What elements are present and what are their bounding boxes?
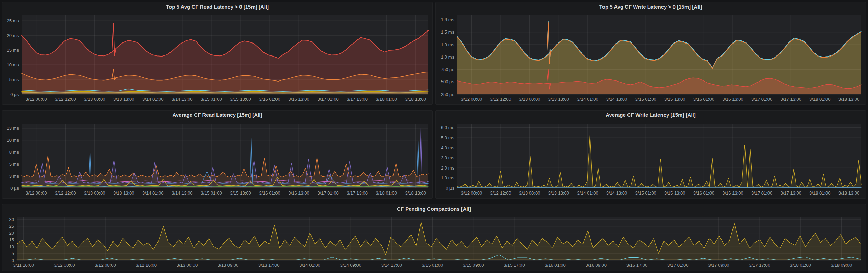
y-tick-label: 20 ms [7, 33, 19, 38]
x-tick-label: 3/12 12:00 [55, 190, 76, 196]
x-tick-label: 3/14 17:00 [381, 263, 402, 268]
chart-pending-compactions[interactable]: 3/11 16:003/12 00:003/12 08:003/12 16:00… [2, 213, 866, 271]
x-tick-label: 3/13 09:00 [218, 263, 238, 268]
y-tick-label: 25 ms [7, 18, 19, 23]
x-tick-label: 3/13 00:00 [177, 263, 198, 268]
y-tick-label: 500 µs [441, 79, 455, 84]
x-tick-label: 3/15 13:00 [230, 190, 251, 196]
x-tick-label: 3/14 13:00 [606, 190, 627, 196]
x-tick-label: 3/17 09:00 [708, 263, 729, 268]
y-tick-label: 4.0 ms [441, 145, 455, 150]
chart-avg-read-latency[interactable]: 3/12 00:003/12 12:003/13 00:003/13 13:00… [2, 120, 432, 198]
x-tick-label: 3/12 12:00 [490, 97, 511, 102]
y-tick-label: 5 ms [9, 162, 19, 167]
y-tick-label: 750 µs [441, 67, 455, 72]
x-tick-label: 3/13 13:00 [548, 97, 569, 102]
y-tick-label: 1.8 ms [441, 17, 455, 22]
x-tick-label: 3/13 13:00 [113, 97, 134, 102]
panel-title[interactable]: Average CF Write Latency [15m] [All] [436, 111, 866, 120]
x-tick-label: 3/15 09:00 [463, 263, 484, 268]
x-tick-label: 3/15 17:00 [504, 263, 525, 268]
chart-top5-write-latency[interactable]: 3/12 00:003/12 12:003/13 00:003/13 13:00… [436, 11, 866, 104]
x-tick-label: 3/14 01:00 [299, 263, 320, 268]
y-tick-label: 3 ms [9, 174, 19, 179]
y-tick-label: 0 µs [10, 92, 19, 97]
x-tick-label: 3/14 01:00 [577, 190, 598, 196]
panel-avg-read-latency: Average CF Read Latency [15m] [All] 3/12… [2, 110, 433, 199]
y-tick-label: 10 ms [7, 62, 19, 67]
x-tick-label: 3/13 13:00 [548, 190, 569, 196]
y-tick-label: 3.0 ms [441, 155, 455, 160]
y-tick-label: 0 [12, 258, 14, 263]
x-tick-label: 3/14 13:00 [606, 97, 627, 102]
panel-title[interactable]: Top 5 Avg CF Read Latency > 0 [15m] [All… [2, 2, 432, 11]
x-tick-label: 3/16 01:00 [693, 190, 714, 196]
y-tick-label: 25 [9, 224, 14, 229]
x-tick-label: 3/13 00:00 [519, 190, 540, 196]
x-tick-label: 3/18 01:00 [376, 97, 397, 102]
x-tick-label: 3/17 13:00 [780, 97, 801, 102]
x-tick-label: 3/18 13:00 [405, 190, 426, 196]
y-tick-label: 10 [9, 244, 14, 249]
x-tick-label: 3/13 00:00 [84, 190, 105, 196]
x-tick-label: 3/14 01:00 [142, 97, 163, 102]
x-tick-label: 3/18 01:00 [790, 263, 811, 268]
y-tick-label: 5.0 ms [441, 135, 455, 140]
panel-title[interactable]: Top 5 Avg CF Write Latency > 0 [15m] [Al… [436, 2, 866, 11]
x-tick-label: 3/16 09:00 [586, 263, 607, 268]
x-tick-label: 3/18 01:00 [809, 190, 830, 196]
x-tick-label: 3/18 13:00 [838, 190, 859, 196]
panel-title[interactable]: CF Pending Compactions [All] [2, 204, 866, 213]
x-tick-label: 3/17 01:00 [751, 190, 772, 196]
x-tick-label: 3/17 01:00 [317, 97, 338, 102]
x-tick-label: 3/13 00:00 [519, 97, 540, 102]
x-tick-label: 3/15 01:00 [201, 190, 222, 196]
x-tick-label: 3/16 17:00 [626, 263, 647, 268]
x-tick-label: 3/15 01:00 [422, 263, 443, 268]
x-tick-label: 3/12 16:00 [136, 263, 157, 268]
x-tick-label: 3/16 01:00 [259, 97, 280, 102]
x-tick-label: 3/12 12:00 [55, 97, 76, 102]
panel-top5-write-latency: Top 5 Avg CF Write Latency > 0 [15m] [Al… [435, 2, 866, 105]
y-tick-label: 20 [9, 231, 14, 236]
x-tick-label: 3/15 13:00 [230, 97, 251, 102]
x-tick-label: 3/18 13:00 [838, 97, 859, 102]
x-tick-label: 3/15 13:00 [664, 97, 685, 102]
x-tick-label: 3/15 01:00 [201, 97, 222, 102]
x-tick-label: 3/16 01:00 [259, 190, 280, 196]
x-tick-label: 3/18 01:00 [809, 97, 830, 102]
y-tick-label: 2.0 ms [441, 165, 455, 171]
x-tick-label: 3/18 01:00 [376, 190, 397, 196]
y-tick-label: 1.0 ms [441, 175, 455, 181]
x-tick-label: 3/12 00:00 [461, 190, 482, 196]
panel-title[interactable]: Average CF Read Latency [15m] [All] [2, 111, 432, 120]
x-tick-label: 3/13 00:00 [84, 97, 105, 102]
y-tick-label: 5 ms [9, 77, 19, 82]
x-tick-label: 3/17 01:00 [751, 97, 772, 102]
x-tick-label: 3/18 09:00 [831, 263, 852, 268]
y-tick-label: 1.3 ms [441, 42, 455, 47]
panel-avg-write-latency: Average CF Write Latency [15m] [All] 3/1… [435, 110, 866, 199]
x-tick-label: 3/12 12:00 [490, 190, 511, 196]
y-tick-label: 0 µs [446, 186, 454, 191]
x-tick-label: 3/11 16:00 [13, 263, 34, 268]
y-tick-label: 8 ms [9, 150, 19, 155]
chart-top5-read-latency[interactable]: 3/12 00:003/12 12:003/13 00:003/13 13:00… [2, 11, 432, 104]
x-tick-label: 3/17 01:00 [317, 190, 338, 196]
x-tick-label: 3/16 13:00 [288, 97, 309, 102]
x-tick-label: 3/14 09:00 [340, 263, 361, 268]
y-tick-label: 250 µs [441, 92, 455, 97]
panel-top5-read-latency: Top 5 Avg CF Read Latency > 0 [15m] [All… [2, 2, 433, 105]
x-tick-label: 3/13 13:00 [113, 190, 134, 196]
x-tick-label: 3/15 01:00 [635, 190, 656, 196]
y-tick-label: 10 ms [7, 138, 19, 143]
x-tick-label: 3/14 13:00 [172, 190, 192, 196]
grafana-dashboard: Top 5 Avg CF Read Latency > 0 [15m] [All… [0, 0, 868, 273]
y-tick-label: 0 µs [10, 186, 19, 191]
x-tick-label: 3/16 01:00 [544, 263, 565, 268]
y-tick-label: 13 ms [7, 126, 19, 131]
x-tick-label: 3/13 17:00 [258, 263, 279, 268]
x-tick-label: 3/15 13:00 [664, 190, 685, 196]
chart-avg-write-latency[interactable]: 3/12 00:003/12 12:003/13 00:003/13 13:00… [436, 120, 866, 198]
x-tick-label: 3/12 00:00 [461, 97, 482, 102]
